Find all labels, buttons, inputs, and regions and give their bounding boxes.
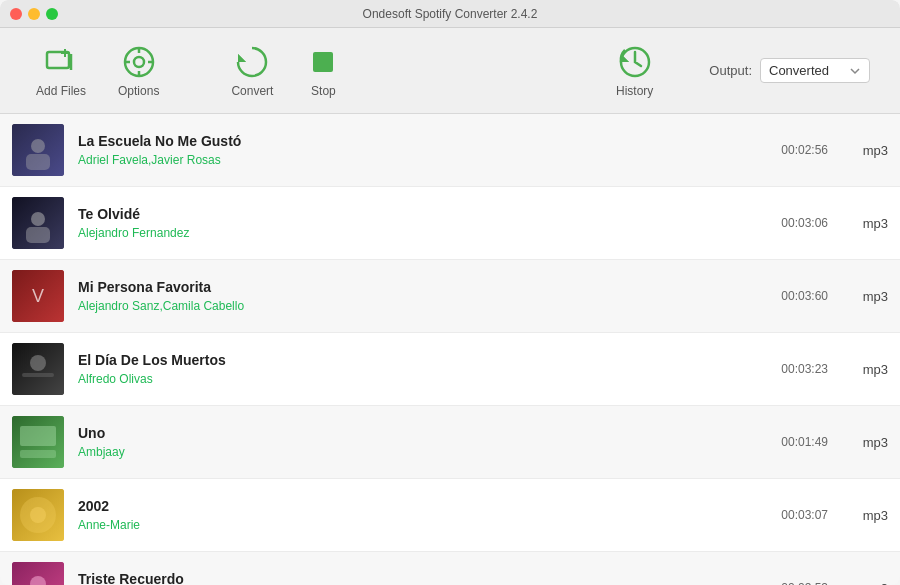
maximize-button[interactable] (46, 8, 58, 20)
song-format: mp3 (828, 216, 888, 231)
song-info: Mi Persona Favorita Alejandro Sanz,Camil… (78, 279, 765, 313)
svg-point-16 (31, 212, 45, 226)
svg-rect-22 (22, 373, 54, 377)
song-title: 2002 (78, 498, 765, 514)
title-bar: Ondesoft Spotify Converter 2.4.2 (0, 0, 900, 28)
song-artist: Alejandro Fernandez (78, 226, 765, 240)
song-info: Te Olvidé Alejandro Fernandez (78, 206, 765, 240)
table-row[interactable]: 2002 Anne-Marie 00:03:07 mp3 (0, 479, 900, 552)
song-title: Te Olvidé (78, 206, 765, 222)
song-title: El Día De Los Muertos (78, 352, 765, 368)
options-button[interactable]: Options (102, 36, 175, 106)
song-format: mp3 (828, 508, 888, 523)
song-format: mp3 (828, 435, 888, 450)
song-duration: 00:03:60 (781, 289, 828, 303)
stop-button[interactable]: Stop (289, 36, 357, 106)
song-info: La Escuela No Me Gustó Adriel Favela,Jav… (78, 133, 765, 167)
table-row[interactable]: V Mi Persona Favorita Alejandro Sanz,Cam… (0, 260, 900, 333)
song-title: La Escuela No Me Gustó (78, 133, 765, 149)
svg-rect-24 (20, 426, 56, 446)
stop-icon (305, 44, 341, 80)
chevron-down-icon (849, 65, 861, 77)
song-info: El Día De Los Muertos Alfredo Olivas (78, 352, 765, 386)
svg-rect-14 (26, 154, 50, 170)
history-icon (617, 44, 653, 80)
song-duration: 00:02:56 (781, 143, 828, 157)
album-art (12, 124, 64, 176)
album-art (12, 343, 64, 395)
svg-text:V: V (32, 286, 44, 306)
song-artist: Ambjaay (78, 445, 765, 459)
song-artist: Anne-Marie (78, 518, 765, 532)
song-info: 2002 Anne-Marie (78, 498, 765, 532)
convert-label: Convert (231, 84, 273, 98)
svg-point-28 (30, 507, 46, 523)
song-list: La Escuela No Me Gustó Adriel Favela,Jav… (0, 114, 900, 585)
song-title: Uno (78, 425, 765, 441)
table-row[interactable]: La Escuela No Me Gustó Adriel Favela,Jav… (0, 114, 900, 187)
convert-button[interactable]: Convert (215, 36, 289, 106)
convert-icon (234, 44, 270, 80)
svg-point-21 (30, 355, 46, 371)
window-title: Ondesoft Spotify Converter 2.4.2 (363, 7, 538, 21)
album-art: V (12, 270, 64, 322)
album-art (12, 416, 64, 468)
table-row[interactable]: El Día De Los Muertos Alfredo Olivas 00:… (0, 333, 900, 406)
song-format: mp3 (828, 362, 888, 377)
add-files-label: Add Files (36, 84, 86, 98)
table-row[interactable]: Te Olvidé Alejandro Fernandez 00:03:06 m… (0, 187, 900, 260)
song-duration: 00:03:53 (781, 581, 828, 585)
history-label: History (616, 84, 653, 98)
song-title: Mi Persona Favorita (78, 279, 765, 295)
album-art (12, 562, 64, 585)
song-duration: 00:03:06 (781, 216, 828, 230)
close-button[interactable] (10, 8, 22, 20)
history-button[interactable]: History (600, 36, 669, 106)
song-info: Uno Ambjaay (78, 425, 765, 459)
options-icon (121, 44, 157, 80)
album-art (12, 489, 64, 541)
traffic-lights (10, 8, 58, 20)
song-format: mp3 (828, 143, 888, 158)
svg-point-13 (31, 139, 45, 153)
output-area: Output: Converted (709, 58, 870, 83)
svg-point-5 (134, 57, 144, 67)
song-format: mp3 (828, 581, 888, 586)
minimize-button[interactable] (28, 8, 40, 20)
add-files-button[interactable]: Add Files (20, 36, 102, 106)
song-duration: 00:01:49 (781, 435, 828, 449)
table-row[interactable]: Triste Recuerdo Antonio Aguilar 00:03:53… (0, 552, 900, 585)
table-row[interactable]: Uno Ambjaay 00:01:49 mp3 (0, 406, 900, 479)
song-info: Triste Recuerdo Antonio Aguilar (78, 571, 765, 585)
song-duration: 00:03:07 (781, 508, 828, 522)
add-files-icon (43, 44, 79, 80)
svg-rect-25 (20, 450, 56, 458)
output-select[interactable]: Converted (760, 58, 870, 83)
toolbar: Add Files Options Convert (0, 28, 900, 114)
song-artist: Adriel Favela,Javier Rosas (78, 153, 765, 167)
song-format: mp3 (828, 289, 888, 304)
svg-rect-10 (313, 52, 333, 72)
album-art (12, 197, 64, 249)
song-duration: 00:03:23 (781, 362, 828, 376)
song-artist: Alfredo Olivas (78, 372, 765, 386)
svg-rect-17 (26, 227, 50, 243)
song-title: Triste Recuerdo (78, 571, 765, 585)
output-value: Converted (769, 63, 829, 78)
options-label: Options (118, 84, 159, 98)
output-label: Output: (709, 63, 752, 78)
stop-label: Stop (311, 84, 336, 98)
song-artist: Alejandro Sanz,Camila Cabello (78, 299, 765, 313)
